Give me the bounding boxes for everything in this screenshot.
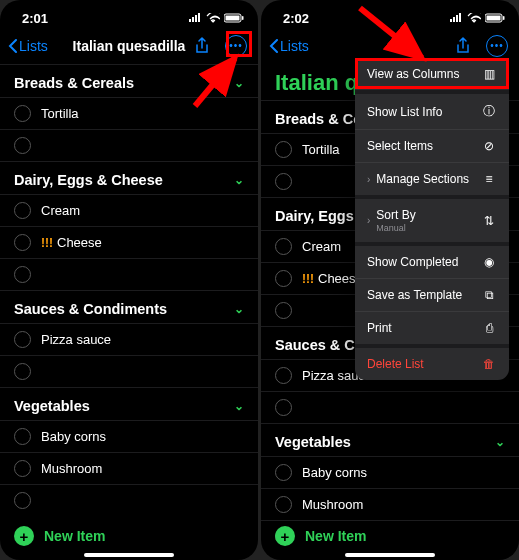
list-item[interactable]: Pizza sauce <box>0 323 258 355</box>
new-item-button[interactable]: + New Item <box>261 526 519 546</box>
svg-rect-5 <box>503 16 505 20</box>
back-button[interactable]: Lists <box>269 38 309 54</box>
sort-icon: ⇅ <box>481 214 497 228</box>
radio-icon[interactable] <box>14 460 31 477</box>
section-dairy[interactable]: Dairy, Eggs & Cheese ⌄ <box>0 161 258 194</box>
svg-rect-2 <box>242 16 244 20</box>
share-button[interactable] <box>188 32 216 60</box>
status-icons <box>188 13 244 23</box>
radio-icon[interactable] <box>14 137 31 154</box>
check-circle-icon: ⊘ <box>481 139 497 153</box>
radio-icon[interactable] <box>275 399 292 416</box>
list-item[interactable]: Baby corns <box>0 420 258 452</box>
status-time: 2:02 <box>283 11 309 26</box>
nav-bar: Lists Italian quesadilla ••• <box>0 28 258 64</box>
priority-badge: !!! <box>302 272 314 286</box>
menu-sort-by[interactable]: › Sort ByManual ⇅ <box>355 199 509 246</box>
radio-icon[interactable] <box>275 464 292 481</box>
plus-icon: + <box>14 526 34 546</box>
columns-icon: ▥ <box>481 67 497 81</box>
radio-icon[interactable] <box>14 234 31 251</box>
template-icon: ⧉ <box>481 288 497 302</box>
trash-icon: 🗑 <box>481 357 497 371</box>
list-item-empty[interactable] <box>261 391 519 423</box>
radio-icon[interactable] <box>14 331 31 348</box>
menu-delete-list[interactable]: Delete List 🗑 <box>355 348 509 380</box>
list-item-empty[interactable] <box>0 484 258 516</box>
list-item-empty[interactable] <box>0 355 258 387</box>
menu-manage-sections[interactable]: › Manage Sections ≡ <box>355 163 509 199</box>
back-label: Lists <box>19 38 48 54</box>
menu-save-template[interactable]: Save as Template ⧉ <box>355 279 509 312</box>
home-indicator <box>84 553 174 557</box>
chevron-down-icon: ⌄ <box>234 399 244 413</box>
status-time: 2:01 <box>22 11 48 26</box>
chevron-down-icon: ⌄ <box>234 302 244 316</box>
info-icon: ⓘ <box>481 103 497 120</box>
radio-icon[interactable] <box>275 141 292 158</box>
svg-rect-1 <box>226 16 240 21</box>
back-label: Lists <box>280 38 309 54</box>
radio-icon[interactable] <box>14 202 31 219</box>
menu-show-completed[interactable]: Show Completed ◉ <box>355 246 509 279</box>
radio-icon[interactable] <box>14 492 31 509</box>
eye-icon: ◉ <box>481 255 497 269</box>
more-button[interactable]: ••• <box>483 32 511 60</box>
section-sauces[interactable]: Sauces & Condiments ⌄ <box>0 290 258 323</box>
status-bar: 2:01 <box>0 0 258 28</box>
radio-icon[interactable] <box>275 270 292 287</box>
ellipsis-icon: ••• <box>486 35 508 57</box>
section-breads[interactable]: Breads & Cereals ⌄ <box>0 64 258 97</box>
more-button[interactable]: ••• <box>222 32 250 60</box>
menu-select-items[interactable]: Select Items ⊘ <box>355 130 509 163</box>
section-vegetables[interactable]: Vegetables ⌄ <box>261 423 519 456</box>
phone-left: 2:01 Lists Italian quesadilla ••• Breads… <box>0 0 258 560</box>
radio-icon[interactable] <box>275 173 292 190</box>
list-item[interactable]: Tortilla <box>0 97 258 129</box>
section-vegetables[interactable]: Vegetables ⌄ <box>0 387 258 420</box>
share-button[interactable] <box>449 32 477 60</box>
list-item[interactable]: Baby corns <box>261 456 519 488</box>
back-button[interactable]: Lists <box>8 38 48 54</box>
list-item-empty[interactable] <box>0 258 258 290</box>
status-icons <box>449 13 505 23</box>
radio-icon[interactable] <box>275 238 292 255</box>
plus-icon: + <box>275 526 295 546</box>
chevron-down-icon: ⌄ <box>234 76 244 90</box>
radio-icon[interactable] <box>14 105 31 122</box>
list-item[interactable]: Mushroom <box>261 488 519 520</box>
list-icon: ≡ <box>481 172 497 186</box>
svg-rect-4 <box>487 16 501 21</box>
radio-icon[interactable] <box>275 496 292 513</box>
list-item[interactable]: Cream <box>0 194 258 226</box>
list-item[interactable]: Mushroom <box>0 452 258 484</box>
menu-view-columns[interactable]: View as Columns ▥ <box>355 58 509 94</box>
phone-right: 2:02 Lists ••• Italian q Breads & Co Tor… <box>261 0 519 560</box>
list-item[interactable]: !!!Cheese <box>0 226 258 258</box>
radio-icon[interactable] <box>14 266 31 283</box>
status-bar: 2:02 <box>261 0 519 28</box>
context-menu: View as Columns ▥ Show List Info ⓘ Selec… <box>355 58 509 380</box>
radio-icon[interactable] <box>14 363 31 380</box>
chevron-down-icon: ⌄ <box>234 173 244 187</box>
list-item-empty[interactable] <box>0 129 258 161</box>
radio-icon[interactable] <box>275 367 292 384</box>
radio-icon[interactable] <box>275 302 292 319</box>
home-indicator <box>345 553 435 557</box>
menu-print[interactable]: Print ⎙ <box>355 312 509 348</box>
new-item-button[interactable]: + New Item <box>0 526 258 546</box>
radio-icon[interactable] <box>14 428 31 445</box>
chevron-right-icon: › <box>367 215 370 226</box>
chevron-down-icon: ⌄ <box>495 435 505 449</box>
menu-show-info[interactable]: Show List Info ⓘ <box>355 94 509 130</box>
print-icon: ⎙ <box>481 321 497 335</box>
ellipsis-icon: ••• <box>225 35 247 57</box>
priority-badge: !!! <box>41 236 53 250</box>
chevron-right-icon: › <box>367 174 370 185</box>
